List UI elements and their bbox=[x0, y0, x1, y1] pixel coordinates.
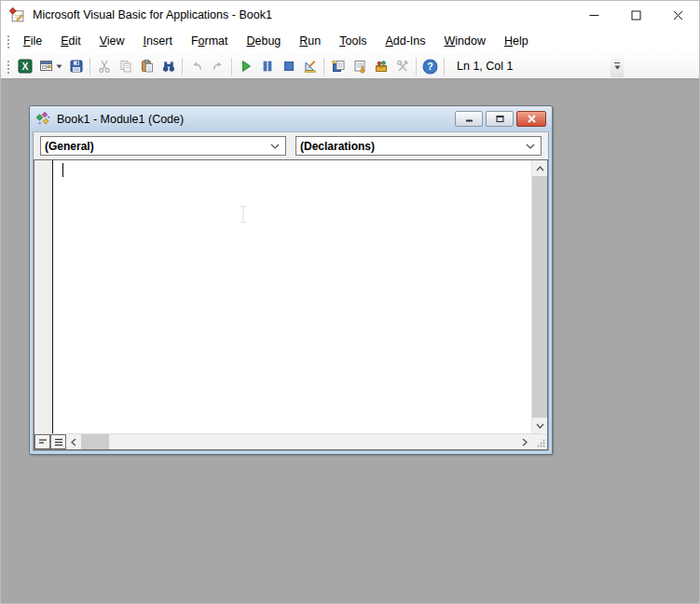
ibeam-cursor bbox=[238, 205, 249, 224]
restore-icon bbox=[496, 115, 504, 123]
toolbar-drag-handle[interactable] bbox=[6, 59, 10, 75]
reset-icon bbox=[281, 59, 296, 74]
scroll-left-button[interactable] bbox=[66, 434, 80, 449]
scroll-right-button[interactable] bbox=[517, 434, 531, 449]
break-button[interactable] bbox=[256, 56, 278, 77]
maximize-button[interactable] bbox=[615, 1, 657, 29]
main-titlebar[interactable]: Microsoft Visual Basic for Applications … bbox=[1, 1, 699, 29]
menu-debug[interactable]: Debug bbox=[237, 29, 290, 54]
toolbar-separator bbox=[231, 58, 232, 76]
insert-userform-icon bbox=[39, 59, 54, 74]
cut-button[interactable] bbox=[93, 56, 115, 77]
menu-view[interactable]: View bbox=[90, 29, 134, 54]
code-editing-area[interactable] bbox=[53, 160, 531, 433]
dropdown-arrow-icon bbox=[56, 64, 62, 69]
object-dropdown[interactable]: (General) bbox=[40, 136, 286, 156]
copy-button[interactable] bbox=[115, 56, 136, 77]
redo-button[interactable] bbox=[207, 56, 228, 77]
menu-tools[interactable]: Tools bbox=[330, 29, 376, 54]
minimize-button[interactable] bbox=[573, 1, 615, 29]
menubar-drag-handle[interactable] bbox=[6, 34, 10, 49]
minimize-icon bbox=[589, 10, 599, 21]
horizontal-scrollbar-thumb[interactable] bbox=[81, 434, 109, 449]
procedure-dropdown-value: (Declarations) bbox=[296, 140, 375, 153]
code-editor-workarea bbox=[34, 159, 548, 450]
menu-file[interactable]: File bbox=[14, 29, 51, 54]
chevron-down-icon bbox=[270, 144, 280, 149]
code-window-titlebar[interactable]: Book1 - Module1 (Code) bbox=[30, 106, 552, 131]
view-excel-button[interactable]: X bbox=[14, 56, 35, 77]
code-window-title: Book1 - Module1 (Code) bbox=[57, 113, 452, 126]
code-window-restore-button[interactable] bbox=[486, 111, 514, 127]
menu-add-ins[interactable]: Add-Ins bbox=[376, 29, 434, 54]
mdi-client-area: Book1 - Module1 (Code) (General) bbox=[1, 79, 699, 603]
overflow-bar bbox=[614, 62, 620, 63]
find-icon bbox=[161, 59, 176, 74]
design-mode-button[interactable] bbox=[299, 56, 321, 77]
undo-button[interactable] bbox=[185, 56, 207, 77]
code-window: Book1 - Module1 (Code) (General) bbox=[29, 105, 553, 455]
paste-icon bbox=[140, 59, 155, 74]
full-module-view-button[interactable] bbox=[50, 434, 66, 449]
margin-indicator-bar[interactable] bbox=[34, 160, 53, 433]
toolbar-separator bbox=[89, 58, 90, 76]
properties-window-button[interactable] bbox=[349, 56, 370, 77]
save-button[interactable] bbox=[65, 56, 87, 77]
menu-insert[interactable]: Insert bbox=[134, 29, 182, 54]
vertical-scrollbar[interactable] bbox=[531, 160, 547, 433]
toolbar-options-arrow-icon bbox=[614, 65, 621, 70]
properties-window-icon bbox=[352, 59, 367, 74]
cut-icon bbox=[97, 59, 112, 74]
run-icon bbox=[239, 59, 254, 74]
menu-help[interactable]: Help bbox=[495, 29, 538, 54]
find-button[interactable] bbox=[158, 56, 179, 77]
window-title: Microsoft Visual Basic for Applications … bbox=[33, 8, 573, 21]
break-icon bbox=[260, 59, 275, 74]
help-icon: ? bbox=[422, 59, 438, 75]
reset-button[interactable] bbox=[278, 56, 299, 77]
design-mode-icon bbox=[303, 59, 318, 74]
window-controls bbox=[573, 1, 699, 29]
toolbox-icon bbox=[395, 59, 410, 74]
code-window-combo-row: (General) (Declarations) bbox=[34, 132, 548, 159]
close-icon bbox=[528, 115, 536, 123]
procedure-view-button[interactable] bbox=[34, 434, 50, 449]
toolbar-options-button[interactable] bbox=[611, 55, 624, 77]
toolbar-separator bbox=[444, 58, 445, 76]
close-icon bbox=[673, 10, 683, 21]
toolbar-separator bbox=[323, 58, 324, 76]
scroll-up-button[interactable] bbox=[532, 160, 547, 176]
chevron-right-icon bbox=[522, 438, 528, 446]
project-explorer-button[interactable] bbox=[327, 56, 349, 77]
code-window-minimize-button[interactable] bbox=[455, 111, 483, 127]
insert-userform-button[interactable] bbox=[35, 56, 65, 77]
close-button[interactable] bbox=[657, 1, 699, 29]
paste-button[interactable] bbox=[136, 56, 158, 77]
minimize-icon bbox=[465, 115, 474, 123]
run-button[interactable] bbox=[235, 56, 256, 77]
resize-grip[interactable] bbox=[531, 434, 547, 449]
chevron-up-icon bbox=[536, 166, 544, 172]
vertical-scrollbar-thumb[interactable] bbox=[532, 176, 547, 418]
menu-run[interactable]: Run bbox=[290, 29, 330, 54]
object-browser-button[interactable] bbox=[370, 56, 391, 77]
menu-bar: File Edit View Insert Format Debug Run T… bbox=[1, 29, 699, 54]
menu-window[interactable]: Window bbox=[435, 29, 495, 54]
code-editor-row bbox=[34, 160, 547, 433]
menu-format[interactable]: Format bbox=[182, 29, 238, 54]
horizontal-scrollbar[interactable] bbox=[66, 434, 531, 449]
line-col-status: Ln 1, Col 1 bbox=[457, 60, 513, 73]
code-window-close-button[interactable] bbox=[516, 111, 546, 127]
scroll-down-button[interactable] bbox=[532, 418, 547, 433]
toolbox-button[interactable] bbox=[391, 56, 413, 77]
vba-application-window: Microsoft Visual Basic for Applications … bbox=[0, 0, 700, 604]
toolbar-separator bbox=[182, 58, 183, 76]
procedure-dropdown[interactable]: (Declarations) bbox=[295, 136, 542, 156]
object-dropdown-value: (General) bbox=[41, 140, 94, 153]
maximize-icon bbox=[631, 10, 641, 21]
chevron-left-icon bbox=[71, 438, 76, 446]
save-icon bbox=[69, 59, 84, 74]
project-explorer-icon bbox=[331, 59, 346, 74]
menu-edit[interactable]: Edit bbox=[51, 29, 90, 54]
help-button[interactable]: ? bbox=[419, 56, 441, 77]
